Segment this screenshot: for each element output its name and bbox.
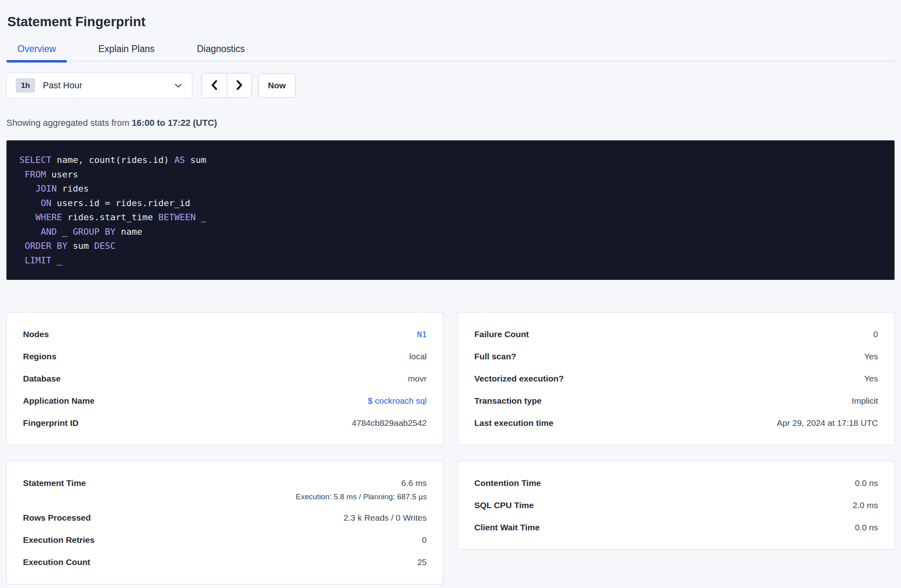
- time-range-badge: 1h: [16, 78, 35, 93]
- table-row: Execution Count 25: [23, 557, 427, 568]
- details-card-right: Failure Count 0 Full scan? Yes Vectorize…: [458, 312, 895, 445]
- row-value: Yes: [864, 373, 878, 384]
- nodes-link[interactable]: N1: [417, 329, 427, 340]
- table-row: Fingerprint ID 4784cb829aab2542: [23, 417, 427, 429]
- table-row: Rows Processed 2.3 k Reads / 0 Writes: [23, 512, 427, 523]
- time-controls: 1h Past Hour: [6, 73, 895, 98]
- table-row: Application Name $ cockroach sql: [23, 395, 427, 407]
- chevron-down-icon: [173, 81, 183, 90]
- row-label: Client Wait Time: [474, 522, 540, 533]
- tab-bar: Overview Explain Plans Diagnostics: [6, 40, 895, 62]
- tab-diagnostics[interactable]: Diagnostics: [186, 40, 256, 61]
- sql-statement-box: SELECT name, count(rides.id) AS sum FROM…: [6, 140, 895, 280]
- table-row: Regions local: [23, 351, 427, 362]
- row-label: Transaction type: [474, 395, 542, 407]
- table-row: Vectorized execution? Yes: [474, 373, 878, 384]
- row-label: Regions: [23, 351, 56, 362]
- performance-card-right: Contention Time 0.0 ns SQL CPU Time 2.0 …: [458, 461, 895, 550]
- previous-range-button[interactable]: [202, 73, 227, 98]
- aggregation-range-note: Showing aggregated stats from 16:00 to 1…: [6, 118, 895, 128]
- next-range-button[interactable]: [227, 73, 251, 98]
- aggregation-range-prefix: Showing aggregated stats from: [6, 118, 132, 128]
- table-row: Statement Time 6.6 ms Execution: 5.8 ms …: [23, 477, 427, 501]
- time-step-buttons: [202, 73, 252, 98]
- row-label: Fingerprint ID: [23, 417, 79, 429]
- row-label: Full scan?: [474, 351, 516, 362]
- row-value: 6.6 ms: [401, 477, 427, 489]
- statement-time-values: 6.6 ms Execution: 5.8 ms / Planning: 687…: [296, 477, 427, 501]
- table-row: SQL CPU Time 2.0 ms: [474, 500, 878, 511]
- row-subvalue: Execution: 5.8 ms / Planning: 687.5 µs: [296, 492, 427, 501]
- summary-cards: Nodes N1 Regions local Database movr App…: [6, 312, 895, 584]
- chevron-left-icon: [209, 79, 220, 92]
- row-label: Failure Count: [474, 329, 529, 340]
- row-value: 0.0 ns: [855, 522, 878, 533]
- table-row: Execution Retries 0: [23, 534, 427, 546]
- now-button[interactable]: Now: [258, 73, 296, 98]
- table-row: Contention Time 0.0 ns: [474, 477, 878, 489]
- row-value: Yes: [864, 351, 878, 362]
- chevron-right-icon: [234, 79, 245, 92]
- sql-statement: SELECT name, count(rides.id) AS sum FROM…: [19, 153, 882, 267]
- table-row: Last execution time Apr 29, 2024 at 17:1…: [474, 417, 878, 429]
- row-value: 0: [873, 329, 878, 340]
- row-value: local: [409, 351, 427, 362]
- row-value: 0.0 ns: [855, 477, 878, 489]
- row-value: Apr 29, 2024 at 17:18 UTC: [777, 417, 878, 429]
- row-label: SQL CPU Time: [474, 500, 534, 511]
- row-label: Execution Retries: [23, 534, 94, 546]
- table-row: Failure Count 0: [474, 329, 878, 340]
- tab-explain-plans[interactable]: Explain Plans: [88, 40, 165, 61]
- table-row: Nodes N1: [23, 329, 427, 340]
- table-row: Client Wait Time 0.0 ns: [474, 522, 878, 533]
- row-label: Vectorized execution?: [474, 373, 564, 384]
- row-label: Last execution time: [474, 417, 553, 429]
- row-value: 25: [417, 557, 427, 568]
- row-value: 2.0 ms: [853, 500, 878, 511]
- row-value: movr: [408, 373, 427, 384]
- row-value: Implicit: [852, 395, 878, 407]
- performance-card-left: Statement Time 6.6 ms Execution: 5.8 ms …: [6, 461, 443, 584]
- table-row: Full scan? Yes: [474, 351, 878, 362]
- table-row: Transaction type Implicit: [474, 395, 878, 407]
- statement-fingerprint-page: Statement Fingerprint Overview Explain P…: [0, 14, 901, 584]
- row-label: Execution Count: [23, 557, 90, 568]
- row-label: Statement Time: [23, 477, 86, 489]
- row-label: Rows Processed: [23, 512, 91, 523]
- row-label: Contention Time: [474, 477, 541, 489]
- time-range-dropdown[interactable]: 1h Past Hour: [6, 73, 192, 98]
- row-value: 0: [422, 534, 427, 546]
- aggregation-range-value: 16:00 to 17:22 (UTC): [132, 118, 217, 128]
- application-name-link[interactable]: $ cockroach sql: [368, 395, 427, 407]
- details-card-left: Nodes N1 Regions local Database movr App…: [6, 312, 443, 445]
- time-range-label: Past Hour: [43, 80, 173, 91]
- row-value: 2.3 k Reads / 0 Writes: [344, 512, 427, 523]
- row-label: Database: [23, 373, 60, 384]
- row-value: 4784cb829aab2542: [352, 417, 427, 429]
- row-label: Nodes: [23, 329, 49, 340]
- tab-overview[interactable]: Overview: [6, 40, 67, 61]
- page-title: Statement Fingerprint: [7, 14, 895, 30]
- table-row: Database movr: [23, 373, 427, 384]
- row-label: Application Name: [23, 395, 94, 407]
